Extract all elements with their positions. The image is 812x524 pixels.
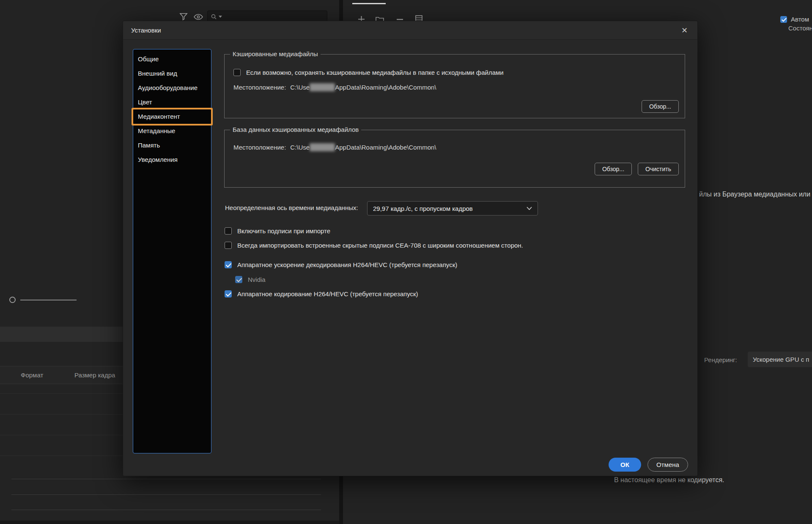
renderer-value: Ускорение GPU с п <box>753 356 809 363</box>
redacted-username <box>310 143 335 151</box>
save-cache-beside-files-label: Если возможно, сохранять кэшированные ме… <box>246 69 504 76</box>
cea708-checkbox[interactable] <box>225 242 232 249</box>
import-captions-option[interactable]: Включить подписи при импорте <box>225 227 330 235</box>
hw-encode-option[interactable]: Аппаратное кодирование H264/HEVC (требуе… <box>225 290 418 297</box>
panel-bottom-bar <box>0 521 339 524</box>
table-row-divider <box>11 479 321 479</box>
encode-status-text: В настоящее время не кодируется. <box>614 476 724 484</box>
sidebar-item-memory[interactable]: Память <box>133 138 211 153</box>
db-location-label: Местоположение: <box>233 144 286 151</box>
auto-encode-checkbox[interactable] <box>780 16 787 23</box>
auto-encode-toggle[interactable]: Автом <box>780 16 809 23</box>
remove-item-icon[interactable] <box>397 19 403 20</box>
media-cache-group: Кэшированные медиафайлы Если возможно, с… <box>224 54 685 118</box>
db-location-path: C:\Use AppData\Roaming\Adobe\Common\ <box>290 143 436 151</box>
search-input[interactable] <box>224 14 324 20</box>
ok-button[interactable]: ОК <box>609 458 641 472</box>
cache-location-row: Местоположение: C:\Use AppData\Roaming\A… <box>233 83 436 91</box>
active-tab-indicator <box>352 3 386 4</box>
db-clean-button[interactable]: Очистить <box>638 163 679 175</box>
column-header-frame-size[interactable]: Размер кадра <box>74 366 115 384</box>
path-start: C:\Use <box>290 144 310 151</box>
media-cache-db-legend: База данных кэшированных медиафайлов <box>230 126 361 133</box>
preferences-category-list: Общие Внешний вид Аудиооборудование Цвет… <box>133 49 211 453</box>
zoom-slider-track[interactable] <box>20 300 77 300</box>
column-header-format[interactable]: Формат <box>21 366 43 384</box>
cancel-button[interactable]: Отмена <box>647 458 688 472</box>
path-start: C:\Use <box>290 84 310 91</box>
cea708-option[interactable]: Всегда импортировать встроенные скрытые … <box>225 242 523 249</box>
cea708-label: Всегда импортировать встроенные скрытые … <box>237 242 523 249</box>
media-cache-db-group: База данных кэшированных медиафайлов Мес… <box>224 130 685 188</box>
redacted-username <box>310 83 335 91</box>
import-captions-label: Включить подписи при импорте <box>237 227 330 235</box>
queue-hint-text: йлы из Браузера медиаданных или с р <box>699 191 812 198</box>
sidebar-item-general[interactable]: Общие <box>133 52 211 66</box>
filter-icon[interactable] <box>179 12 188 21</box>
chevron-down-icon <box>219 16 222 18</box>
hw-decode-label: Аппаратное ускорение декодирования H264/… <box>237 261 457 268</box>
eye-icon[interactable] <box>194 14 203 20</box>
hw-encode-label: Аппаратное кодирование H264/HEVC (требуе… <box>237 290 418 297</box>
sidebar-item-color[interactable]: Цвет <box>133 95 211 109</box>
hw-decode-option[interactable]: Аппаратное ускорение декодирования H264/… <box>225 261 457 268</box>
search-icon <box>211 14 217 19</box>
hw-decode-checkbox[interactable] <box>225 261 232 268</box>
zoom-slider-thumb[interactable] <box>9 297 16 303</box>
nvidia-option[interactable]: Nvidia <box>235 276 266 283</box>
timebase-label: Неопределенная ось времени медиаданных: <box>225 204 358 211</box>
media-cache-legend: Кэшированные медиафайлы <box>230 50 321 57</box>
timebase-value: 29,97 кадр./с, с пропуском кадров <box>373 205 473 212</box>
timebase-select[interactable]: 29,97 кадр./с, с пропуском кадров <box>367 201 538 216</box>
auto-encode-label: Автом <box>791 16 809 23</box>
cache-location-path: C:\Use AppData\Roaming\Adobe\Common\ <box>290 83 436 91</box>
renderer-label: Рендеринг: <box>704 356 737 363</box>
sidebar-item-notifications[interactable]: Уведомления <box>133 153 211 167</box>
nvidia-checkbox[interactable] <box>235 276 242 283</box>
sidebar-item-audio-hardware[interactable]: Аудиооборудование <box>133 81 211 95</box>
sidebar-item-media[interactable]: Медиаконтент <box>133 109 211 124</box>
sidebar-item-appearance[interactable]: Внешний вид <box>133 66 211 81</box>
db-browse-button[interactable]: Обзор... <box>595 163 632 175</box>
path-end: AppData\Roaming\Adobe\Common\ <box>335 84 436 91</box>
cache-browse-button[interactable]: Обзор... <box>642 100 679 113</box>
import-captions-checkbox[interactable] <box>225 227 232 235</box>
status-column-header: Состоян <box>788 25 812 32</box>
cache-location-label: Местоположение: <box>233 84 286 91</box>
hw-encode-checkbox[interactable] <box>225 290 232 297</box>
save-cache-beside-files-option[interactable]: Если возможно, сохранять кэшированные ме… <box>233 69 504 76</box>
path-end: AppData\Roaming\Adobe\Common\ <box>335 144 436 151</box>
sidebar-item-metadata[interactable]: Метаданные <box>133 124 211 138</box>
db-location-row: Местоположение: C:\Use AppData\Roaming\A… <box>233 143 436 151</box>
dialog-title: Установки <box>131 27 161 34</box>
chevron-down-icon <box>527 207 532 210</box>
save-cache-beside-files-checkbox[interactable] <box>233 69 241 76</box>
dialog-titlebar[interactable]: Установки ✕ <box>123 21 697 40</box>
renderer-select[interactable]: Ускорение GPU с п <box>748 352 812 367</box>
table-row-divider <box>11 494 321 495</box>
close-icon[interactable]: ✕ <box>680 25 689 36</box>
preferences-dialog: Установки ✕ Общие Внешний вид Аудиообору… <box>123 21 698 476</box>
nvidia-label: Nvidia <box>248 276 266 283</box>
table-row-divider <box>11 510 321 510</box>
